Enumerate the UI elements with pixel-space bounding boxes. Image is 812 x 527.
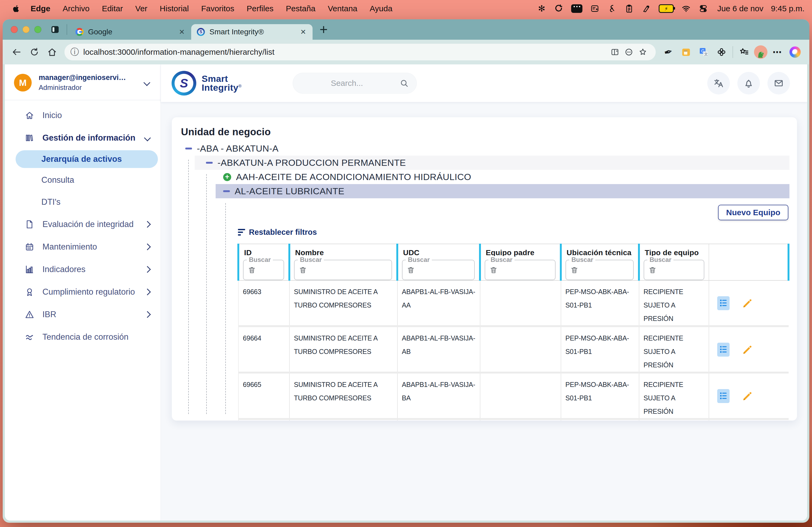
menu-favoritos[interactable]: Favoritos [201,4,234,13]
sidebar-item-inicio[interactable]: Inicio [5,104,161,127]
menu-perfiles[interactable]: Perfiles [247,4,274,13]
favorite-star-icon[interactable] [636,47,650,57]
tab-layout-icon[interactable] [50,25,60,35]
sidebar-item-gestion-de-informacion[interactable]: Gestión de información [5,127,161,149]
battery-charging-icon[interactable]: ⚡ [659,4,674,13]
sidebar-item-mantenimiento[interactable]: Mantenimiento [5,236,161,258]
sidebar-item-dti-s[interactable]: DTI's [5,191,161,213]
filter-input-equipo-padre[interactable]: Buscar [485,260,555,280]
url-text[interactable]: localhost:3000/information-management/hi… [83,47,608,57]
sidebar-item-consulta[interactable]: Consulta [5,169,161,191]
zoom-window-button[interactable] [34,26,41,33]
menu-ayuda[interactable]: Ayuda [370,4,393,13]
close-window-button[interactable] [11,26,18,33]
collapse-node-icon[interactable] [223,190,230,192]
keyboard-icon[interactable] [571,4,582,13]
close-tab-button[interactable]: ✕ [299,28,307,36]
knot-extension-icon[interactable] [714,47,729,57]
favorites-bar-icon[interactable] [736,47,752,57]
translate-button[interactable] [707,72,730,94]
new-tab-button[interactable]: + [320,22,328,36]
edit-button[interactable] [741,344,753,356]
reset-filters-button[interactable]: Restablecer filtros [238,228,317,237]
expand-node-icon[interactable]: + [223,173,231,181]
reload-button[interactable] [27,47,42,57]
settings-more-icon[interactable]: ⋯ [770,47,785,57]
bell-button[interactable] [737,72,760,94]
menu-archivo[interactable]: Archivo [62,4,89,13]
filter-input-id[interactable]: Buscar [243,260,284,280]
chatgpt-icon[interactable]: ✻ [537,4,547,13]
view-details-button[interactable] [717,296,729,310]
menu-ver[interactable]: Ver [135,4,147,13]
filter-input-nombre[interactable]: Buscar [294,260,392,280]
column-header-equipo-padre: Equipo padreBuscar [480,244,561,281]
menu-historial[interactable]: Historial [160,4,189,13]
extensions-area: ✒ G文 ⋯ [661,45,803,59]
warning-icon [25,310,35,319]
tuner-icon[interactable] [641,4,651,13]
menu-pestana[interactable]: Pestaña [286,4,316,13]
close-tab-button[interactable]: ✕ [178,28,186,36]
collapse-node-icon[interactable] [185,148,192,149]
filter-input-ubicacion-tecnica[interactable]: Buscar [566,260,634,280]
search-icon[interactable] [399,78,409,88]
new-equipment-button[interactable]: Nuevo Equipo [718,205,788,220]
sidebar-item-cumplimiento-regulatorio[interactable]: Cumplimiento regulatorio [5,281,161,303]
clear-filter-icon[interactable] [299,266,307,274]
clear-filter-icon[interactable] [248,266,256,274]
menu-edge[interactable]: Edge [31,4,50,13]
clear-filter-icon[interactable] [570,266,578,274]
sidebar-item-evaluacion-de-integridad[interactable]: Evaluación de integridad [5,213,161,236]
wifi-icon[interactable] [681,4,691,13]
shortcuts-icon[interactable] [590,4,599,13]
tab-google[interactable]: Google✕ [70,24,191,40]
tree-node-aba-abkatun-a[interactable]: -ABA - ABKATUN-A [172,141,789,156]
menu-ventana[interactable]: Ventana [328,4,358,13]
tree-node-abkatun-a-produccion-permanente[interactable]: -ABKATUN-A PRODUCCION PERMANENTE [195,156,789,170]
user-menu[interactable]: M manager@ingenioservi… Administrador [5,64,161,100]
tab-smart-integrity[interactable]: SSmart Integrity®✕ [191,24,313,40]
back-button[interactable] [9,47,24,57]
tree-node-al-aceite-lubricante[interactable]: AL-ACEITE LUBRICANTE [216,184,789,198]
clear-filter-icon[interactable] [407,266,415,274]
sidebar-item-indicadores[interactable]: Indicadores [5,258,161,281]
copilot-icon[interactable] [787,46,803,58]
sidebar-item-jerarquia-de-activos[interactable]: Jerarquía de activos [16,150,158,168]
menubar-clock[interactable]: 9:45 p.m. [771,4,804,13]
chevron-down-icon[interactable] [143,79,150,86]
control-center-icon[interactable] [698,4,708,13]
apple-menu-icon[interactable] [10,4,23,13]
edit-button[interactable] [741,390,753,402]
collections-folder-icon[interactable] [678,47,694,57]
browser-profile-avatar[interactable] [754,45,767,59]
view-details-button[interactable] [717,389,729,403]
smart-integrity-logo[interactable]: S Smart Integrity® [172,71,242,95]
home-button[interactable] [45,47,60,57]
split-screen-icon[interactable] [608,47,622,57]
address-bar[interactable]: ⓘ localhost:3000/information-management/… [64,44,656,60]
copilot-loop-icon[interactable] [554,4,564,13]
menu-editar[interactable]: Editar [102,4,123,13]
edit-button[interactable] [741,297,753,309]
clear-filter-icon[interactable] [649,266,656,274]
view-details-button[interactable] [717,343,729,357]
pen-extension-icon[interactable]: ✒ [659,44,677,60]
filter-input-tipo-de-equipo[interactable]: Buscar [644,260,704,280]
more-tools-icon[interactable] [622,47,636,57]
search-input[interactable] [293,78,417,88]
mail-button[interactable] [767,72,790,94]
clipboard-icon[interactable] [624,4,634,13]
filter-input-udc[interactable]: Buscar [402,260,475,280]
clip-icon[interactable] [607,4,617,13]
sidebar-item-ibr[interactable]: IBR [5,303,161,326]
global-search[interactable] [293,73,417,94]
minimize-window-button[interactable] [23,26,30,33]
menubar-date[interactable]: Jue 6 de nov [717,4,764,13]
site-info-icon[interactable]: ⓘ [70,46,79,58]
collapse-node-icon[interactable] [206,162,213,164]
google-translate-extension-icon[interactable]: G文 [696,47,712,57]
tree-node-aah-aceite-de-acondicionamiento-hidraulico[interactable]: +AAH-ACEITE DE ACONDICIONAMIENTO HIDRÁUL… [172,170,789,184]
clear-filter-icon[interactable] [490,266,497,274]
sidebar-item-tendencia-de-corrosion[interactable]: Tendencia de corrosión [5,326,161,348]
